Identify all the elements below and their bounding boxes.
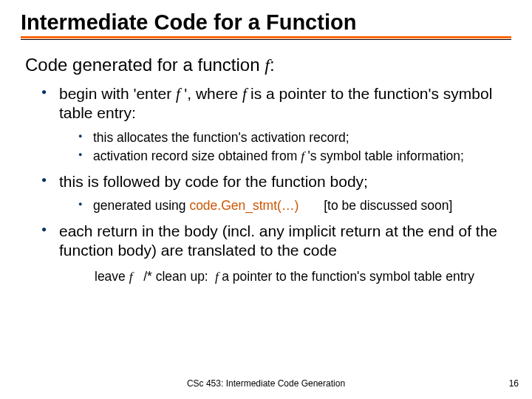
tail-line: leave f /* clean up: f a pointer to the …	[21, 268, 511, 285]
b1-var2: f	[242, 85, 250, 103]
b1-p1: begin with 'enter	[59, 85, 176, 102]
b1s2-p1: activation record size obtained from	[93, 149, 301, 163]
b1-var: f	[176, 85, 184, 103]
b1-p2: ', where	[184, 85, 242, 102]
b1s2-var: f	[301, 149, 307, 163]
bullet-1-sub-1: this allocates the function's activation…	[78, 129, 511, 146]
tail-p3: a pointer to the function's symbol table…	[222, 269, 474, 284]
rule-black	[21, 39, 511, 40]
b2-text: this is followed by code for the functio…	[59, 173, 368, 190]
intro-line: Code generated for a function f:	[21, 55, 511, 75]
footer-page-number: 16	[509, 378, 519, 389]
tail-p1: leave	[95, 269, 129, 284]
bullet-2-sublist: generated using code.Gen_stmt(…) [to be …	[59, 197, 511, 214]
b1s2-p2: 's symbol table information;	[307, 149, 464, 163]
bullet-2: this is followed by code for the functio…	[41, 172, 511, 214]
bullet-1-sub-2: activation record size obtained from f '…	[78, 148, 511, 165]
bullet-1: begin with 'enter f ', where f is a poin…	[41, 84, 511, 165]
footer: CSc 453: Intermediate Code Generation 16	[0, 378, 532, 389]
tail-var2: f	[212, 269, 222, 284]
bullet-1-sublist: this allocates the function's activation…	[59, 129, 511, 166]
intro-var: f	[265, 55, 270, 75]
slide-title: Intermediate Code for a Function	[21, 10, 511, 35]
bullet-3: each return in the body (incl. any impli…	[41, 222, 511, 261]
bullet-list: begin with 'enter f ', where f is a poin…	[21, 84, 511, 261]
tail-p2: /* clean up:	[133, 269, 212, 284]
intro-prefix: Code generated for a function	[25, 55, 265, 75]
b2s1-code: code.Gen_stmt(…)	[189, 198, 299, 213]
rule-orange	[21, 36, 511, 38]
bullet-2-sub-1: generated using code.Gen_stmt(…) [to be …	[78, 197, 511, 214]
intro-suffix: :	[270, 55, 275, 75]
b2s1-p1: generated using	[93, 198, 189, 213]
b2s1-p2: [to be discussed soon]	[299, 198, 452, 213]
footer-center: CSc 453: Intermediate Code Generation	[0, 378, 532, 389]
